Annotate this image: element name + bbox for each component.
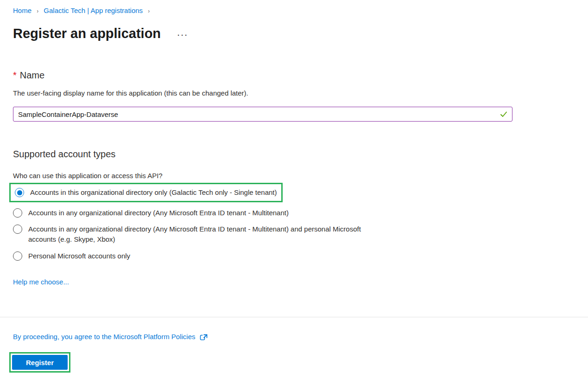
- name-field-description: The user-facing display name for this ap…: [13, 89, 575, 98]
- platform-policies-link[interactable]: By proceeding, you agree to the Microsof…: [13, 332, 196, 341]
- annotation-box-register: Register: [9, 352, 70, 373]
- radio-option-label-line2: accounts (e.g. Skype, Xbox): [28, 234, 361, 244]
- required-asterisk: *: [13, 70, 17, 80]
- radio-button-icon[interactable]: [15, 188, 24, 197]
- breadcrumb-link-home[interactable]: Home: [13, 6, 32, 14]
- radio-option-single-tenant[interactable]: Accounts in this organizational director…: [15, 187, 277, 198]
- more-options-button[interactable]: ···: [177, 28, 190, 39]
- name-field-label: *Name: [13, 69, 575, 81]
- radio-option-personal-only[interactable]: Personal Microsoft accounts only: [13, 251, 575, 261]
- account-types-radio-group: Accounts in this organizational director…: [13, 180, 575, 261]
- supported-account-types-heading: Supported account types: [13, 148, 575, 160]
- policy-row: By proceeding, you agree to the Microsof…: [13, 332, 575, 341]
- chevron-right-icon: ›: [148, 6, 150, 16]
- register-button[interactable]: Register: [12, 355, 68, 370]
- help-row: Help me choose...: [13, 278, 575, 286]
- section-divider: [0, 317, 588, 317]
- radio-option-label: Accounts in this organizational director…: [30, 187, 277, 198]
- help-me-choose-link[interactable]: Help me choose...: [13, 278, 69, 286]
- radio-option-label: Personal Microsoft accounts only: [28, 251, 130, 261]
- title-row: Register an application ···: [13, 26, 575, 41]
- radio-button-icon[interactable]: [13, 208, 22, 218]
- account-types-question: Who can use this application or access t…: [13, 171, 575, 180]
- register-application-page: Home›Galactic Tech | App registrations› …: [0, 0, 588, 373]
- radio-option-label-line1: Accounts in any organizational directory…: [28, 224, 361, 234]
- radio-option-label: Accounts in any organizational directory…: [28, 224, 361, 244]
- check-icon: [500, 110, 507, 118]
- chevron-right-icon: ›: [37, 6, 38, 16]
- breadcrumb-link-app-registrations[interactable]: Galactic Tech | App registrations: [44, 6, 143, 14]
- annotation-box-selected-option: Accounts in this organizational director…: [9, 183, 283, 202]
- breadcrumb: Home›Galactic Tech | App registrations›: [13, 6, 575, 16]
- external-link-icon[interactable]: [200, 334, 208, 341]
- name-input-wrapper: [13, 107, 512, 122]
- page-title: Register an application: [13, 26, 161, 41]
- radio-option-label: Accounts in any organizational directory…: [28, 208, 289, 218]
- radio-button-icon[interactable]: [13, 225, 22, 234]
- name-label-text: Name: [20, 70, 44, 80]
- radio-option-multitenant[interactable]: Accounts in any organizational directory…: [13, 208, 575, 218]
- radio-dot: [17, 190, 22, 195]
- name-input[interactable]: [13, 107, 512, 122]
- radio-option-multitenant-personal[interactable]: Accounts in any organizational directory…: [13, 224, 575, 244]
- radio-button-icon[interactable]: [13, 251, 22, 261]
